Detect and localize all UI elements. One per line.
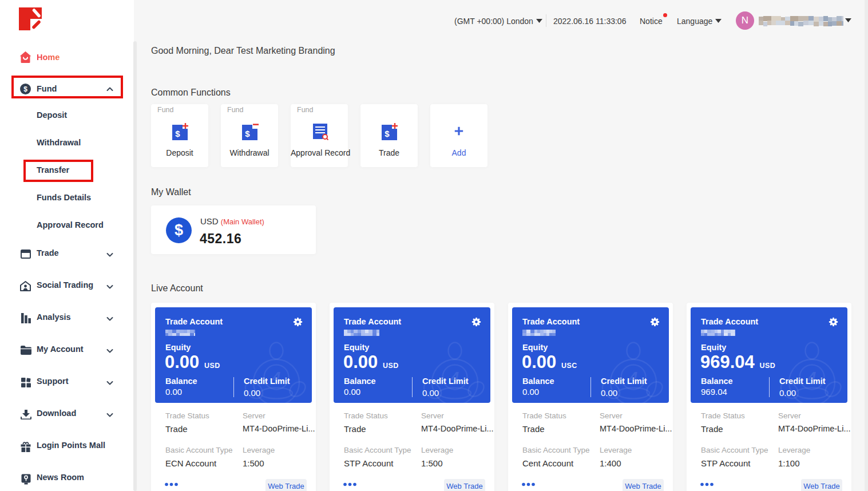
svg-text:$: $	[175, 129, 180, 138]
svg-text:$: $	[245, 129, 250, 138]
svg-text:$: $	[385, 129, 390, 138]
svg-text:$: $	[23, 85, 27, 93]
